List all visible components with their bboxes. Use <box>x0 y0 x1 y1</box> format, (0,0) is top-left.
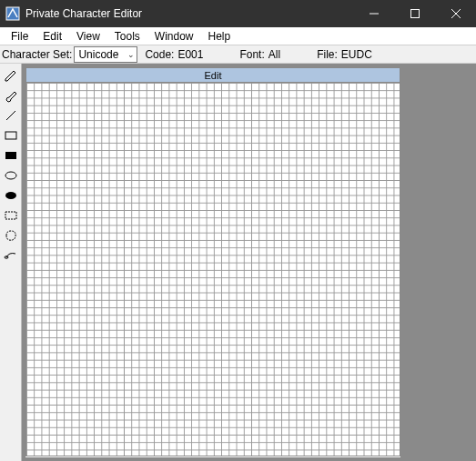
titlebar[interactable]: Private Character Editor <box>0 0 476 27</box>
charset-label: Character Set: <box>2 48 72 61</box>
svg-rect-7 <box>5 152 16 159</box>
menu-edit[interactable]: Edit <box>35 29 69 44</box>
window-controls <box>353 0 476 27</box>
code-value: E001 <box>177 48 203 61</box>
charset-value: Unicode <box>78 48 118 61</box>
menubar: File Edit View Tools Window Help <box>0 27 476 45</box>
code-label: Code: <box>145 48 174 61</box>
svg-line-5 <box>6 111 15 120</box>
filled-ellipse-tool[interactable] <box>2 186 20 205</box>
font-label: Font: <box>239 48 264 61</box>
canvas-panel: Edit <box>25 67 400 457</box>
filled-rectangle-tool[interactable] <box>2 146 20 165</box>
file-value: EUDC <box>341 48 372 61</box>
menu-tools[interactable]: Tools <box>107 29 147 44</box>
rectangle-tool[interactable] <box>2 126 20 145</box>
app-icon <box>5 6 20 21</box>
menu-help[interactable]: Help <box>201 29 238 44</box>
ellipse-tool[interactable] <box>2 166 20 185</box>
file-label: File: <box>317 48 338 61</box>
charset-select[interactable]: Unicode ⌄ <box>74 46 137 63</box>
svg-rect-2 <box>410 10 419 18</box>
svg-rect-10 <box>5 212 16 219</box>
menu-view[interactable]: View <box>69 29 107 44</box>
svg-point-8 <box>5 172 16 179</box>
toolbox <box>0 64 22 461</box>
app-window: Private Character Editor File Edit View … <box>0 0 476 461</box>
window-title: Private Character Editor <box>25 7 142 20</box>
close-button[interactable] <box>435 0 476 27</box>
rect-select-tool[interactable] <box>2 206 20 225</box>
line-tool[interactable] <box>2 106 20 125</box>
minimize-button[interactable] <box>353 0 394 27</box>
freeform-select-tool[interactable] <box>2 226 20 245</box>
edit-grid[interactable] <box>25 82 400 456</box>
eraser-tool[interactable] <box>2 246 20 265</box>
maximize-button[interactable] <box>394 0 435 27</box>
client-area: Edit <box>0 64 476 461</box>
svg-point-9 <box>5 192 16 199</box>
font-value: All <box>268 48 280 61</box>
menu-file[interactable]: File <box>4 29 35 44</box>
brush-tool[interactable] <box>2 86 20 105</box>
pencil-tool[interactable] <box>2 66 20 85</box>
svg-rect-6 <box>5 132 16 139</box>
chevron-down-icon: ⌄ <box>127 50 135 59</box>
menu-window[interactable]: Window <box>147 29 201 44</box>
infobar: Character Set: Unicode ⌄ Code: E001 Font… <box>0 45 476 64</box>
canvas-header: Edit <box>25 67 400 82</box>
